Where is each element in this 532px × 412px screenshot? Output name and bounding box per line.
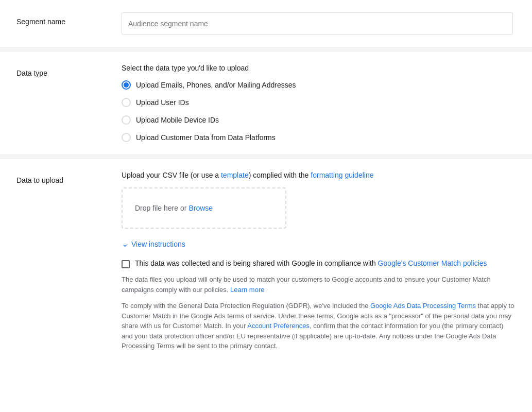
radio-userids[interactable] <box>122 98 131 107</box>
radio-userids-label: Upload User IDs <box>136 98 189 107</box>
section-divider-2 <box>0 154 532 159</box>
radio-item-userids[interactable]: Upload User IDs <box>122 98 516 107</box>
radio-emails-label: Upload Emails, Phones, and/or Mailing Ad… <box>136 81 296 89</box>
drop-zone[interactable]: Drop file here or Browse <box>122 187 286 229</box>
data-upload-label: Data to upload <box>16 171 109 184</box>
data-type-label: Data type <box>16 64 109 77</box>
section-divider-1 <box>0 47 532 52</box>
radio-group: Upload Emails, Phones, and/or Mailing Ad… <box>122 80 516 142</box>
view-instructions-toggle[interactable]: ⌄ View instructions <box>122 239 516 249</box>
compliance-section: This data was collected and is being sha… <box>122 259 516 351</box>
compliance-text: This data was collected and is being sha… <box>135 259 487 267</box>
radio-emails[interactable] <box>122 80 131 90</box>
gdpr-terms-link[interactable]: Google Ads Data Processing Terms <box>370 302 476 310</box>
data-type-instruction: Select the data type you'd like to uploa… <box>122 64 516 72</box>
segment-name-section: Segment name <box>0 0 532 47</box>
data-upload-content: Upload your CSV file (or use a template)… <box>122 171 516 351</box>
upload-desc-prefix: Upload your CSV file (or use a <box>122 171 221 179</box>
radio-mobileids[interactable] <box>122 115 131 125</box>
data-upload-section: Data to upload Upload your CSV file (or … <box>0 159 532 364</box>
compliance-checkbox-row: This data was collected and is being sha… <box>122 259 516 268</box>
data-type-section: Data type Select the data type you'd lik… <box>0 52 532 154</box>
chevron-down-icon: ⌄ <box>122 239 128 249</box>
segment-name-label: Segment name <box>16 12 109 26</box>
segment-name-content <box>122 12 516 35</box>
account-preferences-link[interactable]: Account Preferences <box>247 322 310 330</box>
radio-mobileids-label: Upload Mobile Device IDs <box>136 116 219 124</box>
template-link[interactable]: template <box>221 171 249 179</box>
upload-description: Upload your CSV file (or use a template)… <box>122 171 516 179</box>
radio-customerdata[interactable] <box>122 133 131 142</box>
segment-name-input[interactable] <box>122 12 513 35</box>
radio-item-emails[interactable]: Upload Emails, Phones, and/or Mailing Ad… <box>122 80 516 90</box>
compliance-text-prefix: This data was collected and is being sha… <box>135 259 378 267</box>
page-container: Segment name Data type Select the data t… <box>0 0 532 364</box>
policy-note-text: The data files you upload will only be u… <box>122 274 516 295</box>
compliance-checkbox[interactable] <box>122 260 130 268</box>
browse-link[interactable]: Browse <box>188 204 213 212</box>
radio-customerdata-label: Upload Customer Data from Data Platforms <box>136 133 276 142</box>
formatting-guideline-link[interactable]: formatting guideline <box>311 171 373 179</box>
upload-desc-middle: ) complied with the <box>249 171 311 179</box>
radio-item-customerdata[interactable]: Upload Customer Data from Data Platforms <box>122 133 516 142</box>
view-instructions-label: View instructions <box>131 240 185 248</box>
radio-item-mobileids[interactable]: Upload Mobile Device IDs <box>122 115 516 125</box>
customer-match-policies-link[interactable]: Google's Customer Match policies <box>378 259 487 267</box>
data-type-content: Select the data type you'd like to uploa… <box>122 64 516 142</box>
learn-more-link[interactable]: Learn more <box>230 286 264 294</box>
gdpr-text: To comply with the General Data Protecti… <box>122 301 516 351</box>
drop-zone-text: Drop file here or <box>135 204 186 212</box>
